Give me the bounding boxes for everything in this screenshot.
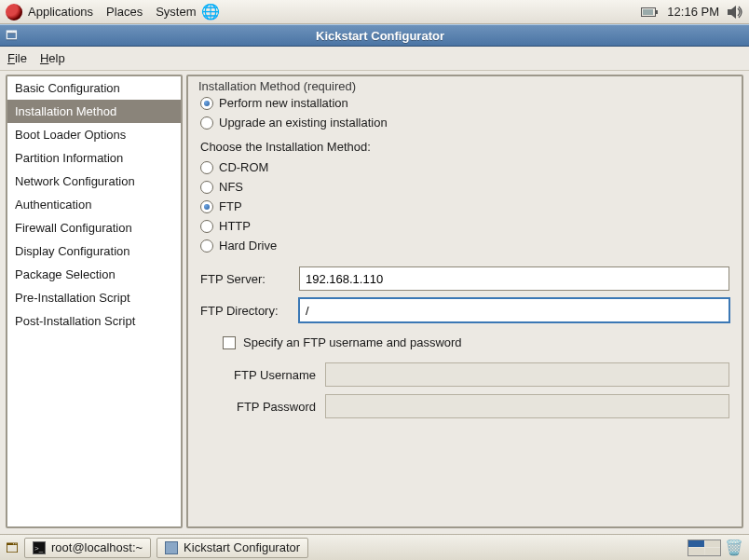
panel-menus: Applications Places System (28, 5, 196, 19)
install-method-group: Installation Method (required) Perform n… (192, 79, 738, 427)
volume-icon[interactable] (727, 5, 743, 20)
task-label: root@localhost:~ (51, 540, 143, 554)
radio-indicator-icon (200, 161, 213, 174)
ftp-username-input[interactable] (325, 362, 729, 387)
trash-icon[interactable]: 🗑️ (725, 539, 743, 556)
ftp-password-label: FTP Password (219, 400, 320, 414)
task-label: Kickstart Configurator (184, 540, 300, 554)
sidebar-item-bootloader[interactable]: Boot Loader Options (7, 123, 181, 146)
radio-label: Upgrade an existing installation (219, 116, 388, 130)
radio-label: FTP (219, 199, 242, 213)
ftp-server-label: FTP Server: (200, 272, 293, 286)
menu-places[interactable]: Places (106, 5, 143, 19)
radio-indicator-icon (200, 200, 213, 213)
distro-icon[interactable] (6, 4, 22, 20)
app-menubar: File Help (0, 47, 749, 71)
bottom-taskbar: 🗔 >_ root@localhost:~ Kickstart Configur… (0, 534, 749, 560)
checkbox-indicator-icon (223, 336, 236, 349)
svg-rect-1 (656, 10, 658, 14)
radio-label: CD-ROM (219, 160, 268, 174)
radio-indicator-icon (200, 116, 213, 130)
panel-tray: 12:16 PM (641, 5, 743, 20)
sidebar-item-postinstall[interactable]: Post-Installation Script (7, 309, 181, 333)
ftp-password-input[interactable] (325, 394, 729, 418)
ftp-dir-label: FTP Directory: (200, 304, 293, 318)
battery-icon[interactable] (641, 7, 660, 18)
menu-file[interactable]: File (7, 51, 27, 65)
menu-system[interactable]: System (156, 5, 196, 19)
clock[interactable]: 12:16 PM (667, 5, 719, 19)
row-ftp-password: FTP Password (193, 390, 737, 422)
window-title: Kickstart Configurator (316, 29, 444, 43)
svg-text:>_: >_ (34, 544, 44, 553)
sidebar-item-firewall[interactable]: Firewall Configuration (7, 216, 181, 239)
menu-applications[interactable]: Applications (28, 5, 93, 19)
radio-method-cdrom[interactable]: CD-ROM (193, 157, 737, 177)
svg-rect-6 (166, 541, 178, 553)
window-menu-icon[interactable]: 🗔 (6, 29, 17, 42)
show-desktop-icon[interactable]: 🗔 (6, 540, 19, 555)
app-icon (165, 541, 178, 554)
sidebar-item-display[interactable]: Display Configuration (7, 239, 181, 263)
radio-method-http[interactable]: HTTP (193, 216, 737, 236)
ftp-form: FTP Server: FTP Directory: Specify an FT… (193, 255, 737, 426)
install-method-legend: Installation Method (required) (197, 79, 358, 93)
row-ftp-server: FTP Server: (193, 263, 737, 294)
menu-help[interactable]: Help (40, 51, 65, 65)
radio-label: NFS (219, 180, 243, 194)
row-ftp-username: FTP Username (193, 359, 737, 390)
task-kickstart[interactable]: Kickstart Configurator (157, 538, 308, 558)
radio-label: Hard Drive (219, 239, 277, 253)
terminal-icon: >_ (33, 541, 46, 554)
radio-indicator-icon (200, 181, 213, 194)
radio-method-harddrive[interactable]: Hard Drive (193, 236, 737, 255)
sidebar-item-basic[interactable]: Basic Configuration (7, 76, 181, 100)
sidebar-item-network[interactable]: Network Configuration (7, 170, 181, 193)
gnome-panel: Applications Places System 🌐 12:16 PM (0, 0, 749, 24)
radio-method-nfs[interactable]: NFS (193, 177, 737, 197)
row-ftp-dir: FTP Directory: (193, 294, 737, 326)
radio-indicator-icon (200, 239, 213, 253)
svg-rect-2 (643, 9, 653, 15)
radio-indicator-icon (200, 97, 213, 110)
browser-launcher-icon[interactable]: 🌐 (201, 3, 220, 20)
content-pane: Installation Method (required) Perform n… (186, 75, 743, 528)
section-list[interactable]: Basic Configuration Installation Method … (6, 75, 183, 528)
task-terminal[interactable]: >_ root@localhost:~ (24, 538, 151, 558)
sidebar-item-packages[interactable]: Package Selection (7, 263, 181, 286)
taskbar-right: 🗑️ (688, 539, 743, 556)
window-titlebar[interactable]: 🗔 Kickstart Configurator (0, 24, 749, 47)
radio-label: HTTP (219, 219, 251, 233)
checkbox-label: Specify an FTP username and password (243, 335, 462, 349)
sidebar-item-partition[interactable]: Partition Information (7, 146, 181, 170)
radio-new-install[interactable]: Perform new installation (193, 93, 737, 113)
ftp-server-input[interactable] (299, 266, 729, 291)
ftp-username-label: FTP Username (219, 368, 320, 382)
sidebar-item-preinstall[interactable]: Pre-Installation Script (7, 286, 181, 309)
radio-indicator-icon (200, 220, 213, 233)
radio-upgrade-install[interactable]: Upgrade an existing installation (193, 113, 737, 132)
sidebar-item-auth[interactable]: Authentication (7, 193, 181, 216)
svg-marker-3 (728, 6, 736, 19)
row-ftp-auth-toggle[interactable]: Specify an FTP username and password (193, 326, 737, 359)
radio-label: Perform new installation (219, 96, 348, 110)
ftp-dir-input[interactable] (299, 298, 729, 322)
main-area: Basic Configuration Installation Method … (0, 71, 749, 534)
workspace-switcher[interactable] (688, 540, 721, 556)
radio-method-ftp[interactable]: FTP (193, 197, 737, 216)
sidebar-item-install-method[interactable]: Installation Method (7, 100, 181, 123)
method-heading: Choose the Installation Method: (193, 132, 737, 157)
